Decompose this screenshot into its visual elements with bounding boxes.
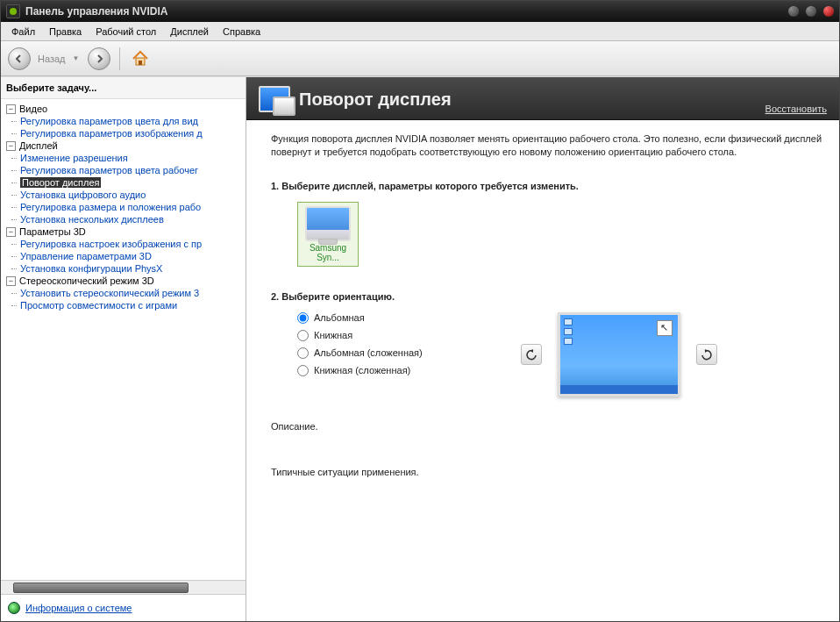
close-button[interactable] (823, 6, 834, 17)
preview-wrap: ↖ (521, 312, 717, 397)
tree-item[interactable]: Регулировка размера и положения рабо (1, 201, 246, 213)
rotate-cw-button[interactable] (696, 344, 717, 365)
tree-link[interactable]: Регулировка параметров цвета для вид (20, 116, 198, 126)
tree-group-label-3d[interactable]: − Параметры 3D (1, 225, 246, 238)
radio-input-portrait-flipped[interactable] (297, 365, 309, 376)
back-label: Назад (38, 54, 66, 64)
tree-link[interactable]: Управление параметрами 3D (20, 251, 152, 261)
menu-help[interactable]: Справка (216, 24, 267, 39)
tree-group-label-stereo[interactable]: − Стереоскопический режим 3D (1, 275, 246, 287)
tree-link[interactable]: Установить стереоскопический режим 3 (20, 288, 199, 298)
tree-group-stereo: − Стереоскопический режим 3D Установить … (1, 275, 246, 311)
page-title: Поворот дисплея (299, 89, 827, 110)
radio-input-landscape-flipped[interactable] (297, 347, 309, 359)
radio-landscape-flipped[interactable]: Альбомная (сложенная) (297, 347, 423, 359)
content-body: Функция поворота дисплея NVIDIA позволяе… (246, 120, 839, 621)
svg-point-0 (10, 8, 17, 15)
tree-item[interactable]: Установка цифрового аудио (1, 189, 246, 201)
radio-label: Альбомная (314, 312, 365, 323)
collapse-icon[interactable]: − (6, 141, 16, 151)
minimize-button[interactable] (788, 6, 799, 17)
collapse-icon[interactable]: − (6, 104, 16, 114)
rotate-ccw-button[interactable] (521, 344, 542, 365)
tree-item[interactable]: Управление параметрами 3D (1, 250, 246, 262)
tree-item[interactable]: Регулировка параметров изображения д (1, 127, 246, 139)
tree-link[interactable]: Установка нескольких дисплеев (20, 214, 164, 225)
tree-group-display: − Дисплей Изменение разрешения Регулиров… (1, 139, 246, 225)
toolbar: Назад ▼ (1, 41, 839, 76)
tree-link[interactable]: Регулировка настроек изображения с пр (20, 239, 202, 249)
nvidia-app-icon (6, 4, 20, 18)
back-button[interactable] (8, 47, 31, 70)
menubar: Файл Правка Рабочий стол Дисплей Справка (1, 22, 839, 41)
typical-usage-label: Типичные ситуации применения. (271, 467, 823, 477)
rotate-display-icon (259, 86, 290, 112)
radio-landscape[interactable]: Альбомная (297, 312, 423, 324)
orientation-section: Альбомная Книжная Альбомная (сложенная) … (297, 312, 823, 397)
system-info-bar: Информация о системе (1, 594, 246, 621)
system-info-link[interactable]: Информация о системе (25, 603, 132, 613)
content-pane: Поворот дисплея Восстановить Функция пов… (246, 77, 839, 621)
tree-link[interactable]: Установка конфигурации PhysX (20, 263, 162, 274)
radio-input-portrait[interactable] (297, 330, 309, 341)
menu-edit[interactable]: Правка (42, 24, 89, 39)
home-button[interactable] (129, 47, 152, 70)
tree-item[interactable]: Регулировка параметров цвета для вид (1, 115, 246, 127)
tree-group-label-display[interactable]: − Дисплей (1, 139, 246, 152)
menu-display[interactable]: Дисплей (163, 24, 216, 39)
info-icon (8, 602, 20, 614)
tree-group-text: Параметры 3D (19, 226, 86, 237)
tree-item[interactable]: Установить стереоскопический режим 3 (1, 287, 246, 299)
window-buttons (788, 6, 834, 17)
back-history-dropdown-icon[interactable]: ▼ (73, 54, 80, 62)
task-tree: − Видео Регулировка параметров цвета для… (1, 99, 246, 580)
tree-link[interactable]: Изменение разрешения (20, 153, 128, 163)
tree-item[interactable]: Просмотр совместимости с играми (1, 299, 246, 311)
tree-group-3d: − Параметры 3D Регулировка настроек изоб… (1, 225, 246, 275)
scrollbar-thumb[interactable] (13, 583, 189, 593)
radio-portrait-flipped[interactable]: Книжная (сложенная) (297, 365, 423, 376)
tree-link[interactable]: Регулировка размера и положения рабо (20, 202, 201, 212)
collapse-icon[interactable]: − (6, 227, 16, 237)
maximize-button[interactable] (806, 6, 816, 17)
display-selector-item[interactable]: Samsung Syn... (297, 202, 359, 267)
collapse-icon[interactable]: − (6, 276, 16, 286)
tree-item-rotate-display[interactable]: Поворот дисплея (1, 176, 246, 189)
intro-text: Функция поворота дисплея NVIDIA позволяе… (271, 132, 823, 160)
content-header: Поворот дисплея Восстановить (246, 77, 839, 120)
radio-label: Книжная (314, 330, 352, 340)
radio-input-landscape[interactable] (297, 312, 309, 324)
display-label: Samsung Syn... (300, 243, 356, 262)
tree-group-video: − Видео Регулировка параметров цвета для… (1, 103, 246, 139)
tree-link[interactable]: Регулировка параметров изображения д (20, 128, 203, 139)
menu-desktop[interactable]: Рабочий стол (89, 24, 163, 39)
forward-button[interactable] (88, 47, 110, 70)
monitor-icon (305, 206, 351, 241)
tree-group-text: Видео (19, 104, 47, 114)
restore-defaults-link[interactable]: Восстановить (765, 104, 827, 114)
sidebar-horizontal-scrollbar[interactable] (1, 580, 246, 594)
tree-item[interactable]: Регулировка настроек изображения с пр (1, 238, 246, 250)
tree-item[interactable]: Регулировка параметров цвета рабочег (1, 164, 246, 176)
step1-label: 1. Выберите дисплей, параметры которого … (271, 181, 823, 191)
preview-taskbar (560, 385, 678, 394)
preview-arrow-icon: ↖ (657, 320, 673, 336)
tree-item[interactable]: Изменение разрешения (1, 152, 246, 164)
tree-item[interactable]: Установка конфигурации PhysX (1, 262, 246, 275)
radio-label: Альбомная (сложенная) (314, 347, 423, 358)
orientation-radios: Альбомная Книжная Альбомная (сложенная) … (297, 312, 423, 376)
tree-group-label-video[interactable]: − Видео (1, 103, 246, 115)
menu-file[interactable]: Файл (4, 24, 42, 39)
titlebar: Панель управления NVIDIA (1, 1, 839, 22)
radio-portrait[interactable]: Книжная (297, 330, 423, 341)
tree-link[interactable]: Регулировка параметров цвета рабочег (20, 165, 198, 175)
tree-link[interactable]: Просмотр совместимости с играми (20, 300, 177, 311)
nvidia-control-panel-window: Панель управления NVIDIA Файл Правка Раб… (0, 0, 840, 622)
tree-item[interactable]: Установка нескольких дисплеев (1, 213, 246, 225)
window-title: Панель управления NVIDIA (25, 5, 788, 18)
tree-link[interactable]: Установка цифрового аудио (20, 189, 146, 200)
tree-link-selected[interactable]: Поворот дисплея (20, 177, 101, 188)
tree-group-text: Дисплей (19, 140, 58, 151)
step2-label: 2. Выберите ориентацию. (271, 291, 823, 302)
task-header: Выберите задачу... (1, 77, 246, 99)
